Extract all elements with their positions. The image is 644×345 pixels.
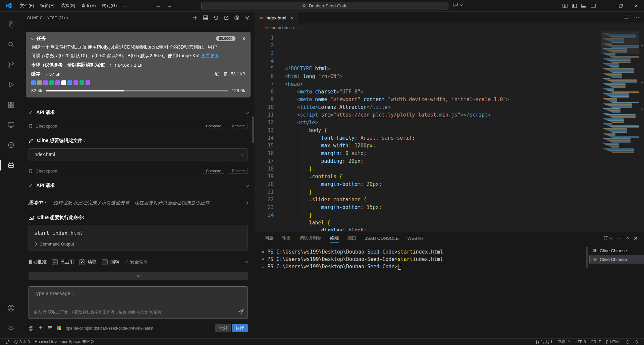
rules-icon[interactable]: [48, 325, 52, 331]
maximize-panel-icon[interactable]: [626, 237, 629, 240]
activity-extensions-icon[interactable]: [0, 95, 22, 115]
panel-tab-4[interactable]: 终端: [330, 231, 339, 245]
close-tab-icon[interactable]: ×: [290, 15, 293, 20]
compare-button[interactable]: Compare: [203, 168, 224, 174]
activity-remote-explorer-icon[interactable]: [0, 115, 22, 135]
panel-more-actions-icon[interactable]: ···: [616, 235, 622, 241]
restore-button[interactable]: [613, 0, 629, 12]
code-line[interactable]: <!DOCTYPE html>: [285, 65, 644, 73]
huawei-login-status[interactable]: Huawei Developer Space: 未登录: [32, 339, 97, 345]
command-decoration-icon[interactable]: ○: [262, 263, 267, 270]
chevron-right-icon[interactable]: [245, 201, 249, 205]
code-line[interactable]: margin-bottom: 20px;: [285, 181, 644, 188]
encoding[interactable]: UTF-8: [572, 339, 588, 345]
chevron-down-icon[interactable]: [246, 184, 249, 187]
api-request-row[interactable]: ✓ API 请求: [29, 108, 248, 117]
code-line[interactable]: <meta name="viewport" content="width=dev…: [285, 96, 644, 104]
chevron-down-icon[interactable]: [246, 111, 249, 114]
delete-icon[interactable]: [223, 71, 228, 77]
tab-index-html[interactable]: <> index.html ×: [255, 12, 298, 23]
menu-more-button[interactable]: ···: [120, 2, 131, 10]
mention-icon[interactable]: @: [29, 325, 34, 331]
quick-actions-expander[interactable]: [29, 272, 248, 280]
panel-tab-2[interactable]: 输出: [282, 231, 291, 245]
customize-layout-icon[interactable]: [560, 2, 570, 10]
act-mode-button[interactable]: 执行: [232, 324, 248, 332]
history-back-icon[interactable]: ←: [155, 3, 161, 9]
sidebar-scrollbar[interactable]: [252, 116, 254, 143]
feedback-globe-icon[interactable]: [623, 339, 632, 345]
panel-tab-3[interactable]: 调试控制台: [300, 231, 321, 245]
problems-indicator[interactable]: 0 ⚠ 0: [12, 339, 32, 345]
cursor-position[interactable]: 行 1, 列 1: [533, 339, 555, 345]
menu-item[interactable]: 查看(V): [78, 1, 99, 10]
activity-source-control-icon[interactable]: [0, 55, 22, 75]
restore-button[interactable]: Restore: [229, 123, 248, 129]
plan-mode-button[interactable]: 计划: [215, 324, 231, 332]
thinking-row[interactable]: 思考中： ...旋转缩放 我已经完成了所有这些要求，现在需要打开页面验证功能是否…: [29, 199, 248, 207]
checkbox-icon[interactable]: [102, 259, 108, 265]
command-decoration-icon[interactable]: ●: [262, 256, 267, 263]
command-output-toggle[interactable]: Command Output: [34, 242, 242, 247]
code-line[interactable]: display: block;: [285, 227, 644, 231]
panel-tab-1[interactable]: 问题: [265, 231, 273, 245]
toggle-sidebar-icon[interactable]: [570, 2, 579, 10]
code-line[interactable]: .controls {: [285, 173, 644, 181]
terminal-scrollbar[interactable]: [586, 247, 588, 268]
code-line[interactable]: <title>Lorenz Attractor</title>: [285, 104, 644, 111]
code-editor[interactable]: 123456789101112131415161718192021222324 …: [255, 31, 644, 231]
code-line[interactable]: <style>: [285, 119, 644, 127]
terminal-list-item[interactable]: Cline Chinese: [589, 246, 644, 255]
send-icon[interactable]: [238, 308, 244, 316]
restore-button[interactable]: Restore: [229, 168, 248, 174]
settings-gear-icon[interactable]: [245, 15, 250, 20]
api-request-row[interactable]: ✓ API 请求: [29, 181, 248, 190]
code-line[interactable]: max-width: 1200px;: [285, 142, 644, 150]
mcp-servers-icon[interactable]: [203, 15, 208, 20]
new-task-icon[interactable]: [193, 15, 198, 20]
code-line[interactable]: <script src="https://cdn.plot.ly/plotly-…: [285, 111, 644, 119]
minimize-button[interactable]: ─: [598, 0, 613, 12]
editor-more-actions-icon[interactable]: ···: [634, 15, 639, 21]
split-editor-icon[interactable]: [624, 14, 629, 21]
history-forward-icon[interactable]: →: [167, 3, 172, 9]
copilot-chat-button[interactable]: [453, 2, 462, 8]
edited-file-dropdown[interactable]: index.html: [29, 148, 248, 160]
auto-approve-checkbox[interactable]: ✓已启用: [52, 259, 74, 265]
activity-cline-icon[interactable]: [0, 155, 22, 175]
account-icon[interactable]: [234, 15, 239, 20]
eol-sequence[interactable]: CRLF: [588, 339, 603, 345]
manage-gear-icon[interactable]: [0, 318, 22, 338]
terminal-output[interactable]: ●PS C:\Users\ws199\Desktop\Doubao-Seed-C…: [255, 245, 589, 338]
close-panel-icon[interactable]: ✕: [634, 235, 638, 242]
menu-item[interactable]: 选择(S): [58, 1, 78, 10]
code-line[interactable]: .slider-container {: [285, 196, 644, 204]
code-line[interactable]: margin: 0 auto;: [285, 150, 644, 157]
split-terminal-icon[interactable]: [604, 236, 612, 240]
panel-tab-7[interactable]: WEBXR: [407, 231, 423, 245]
chevron-up-icon[interactable]: [245, 261, 248, 264]
see-more-link[interactable]: 查看更多: [201, 53, 220, 59]
chat-input[interactable]: Type a message... 输入 @ 获取上下文，/ 获取斜杠命令和工作…: [29, 286, 248, 319]
menu-item[interactable]: 文件(F): [17, 1, 37, 10]
code-line[interactable]: <html lang="zh-CN">: [285, 73, 644, 80]
code-line[interactable]: padding: 20px;: [285, 157, 644, 165]
command-decoration-icon[interactable]: ●: [262, 248, 267, 256]
language-mode[interactable]: {} HTML: [603, 339, 623, 345]
menu-item[interactable]: 编辑(E): [37, 1, 58, 10]
accounts-icon[interactable]: [0, 298, 22, 318]
copy-icon[interactable]: [215, 71, 220, 77]
code-line[interactable]: <head>: [285, 80, 644, 88]
activity-run-debug-icon[interactable]: [0, 75, 22, 95]
add-icon[interactable]: [38, 325, 43, 331]
code-line[interactable]: font-family: Arial, sans-serif;: [285, 134, 644, 142]
code-line[interactable]: }: [285, 188, 644, 196]
panel-tab-5[interactable]: 端口: [347, 231, 356, 245]
task-collapse-icon[interactable]: [31, 37, 35, 40]
toggle-panel-icon[interactable]: [579, 2, 588, 10]
terminal-list-item[interactable]: Cline Chinese: [589, 255, 644, 264]
minimap[interactable]: [601, 31, 639, 179]
code-line[interactable]: margin-bottom: 15px;: [285, 204, 644, 211]
code-line[interactable]: label {: [285, 219, 644, 227]
remote-indicator-icon[interactable]: [3, 339, 12, 345]
